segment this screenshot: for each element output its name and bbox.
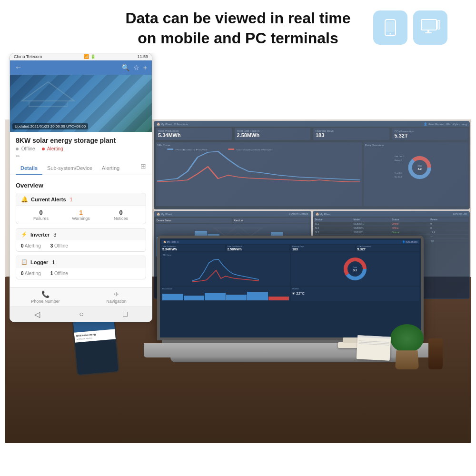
plant-name: 8KW solar energy storage plant [16,137,146,144]
device-icons [373,10,447,45]
mini-charts: 24h Curve [161,252,419,286]
svg-text:Grid-Tied 0: Grid-Tied 0 [394,155,404,158]
table-header: Device Model Status Power [314,218,469,222]
svg-marker-32 [22,82,74,101]
logger-stats: 0 Alerting 1 Offline [16,268,146,279]
phone-number-button[interactable]: 📞 Phone Number [10,290,81,304]
nav-icons: 🔍 ☆ + [121,64,147,71]
notices-stat: 0 Notices [101,209,141,221]
phone-status-bar: China Telecom 📶 🔋 11:59 [10,53,152,60]
edit-icon[interactable]: ✏ [16,153,146,159]
dash-panel-3-header: 🏠 My Plant Device List [313,211,470,217]
offline-dot [16,148,19,150]
logger-icon: 📋 [21,259,28,265]
mini-dashboard: 🏠 My Plant ≡ 👤 Kyle.zhang Total Producti… [160,238,421,337]
desk-plant [395,324,424,369]
header-title: Data can be viewed in real time on mobil… [125,9,350,48]
offline-status: Offline [16,146,35,151]
alerts-count: 1 [70,197,73,202]
svg-rect-33 [29,101,67,107]
laptop-screen: 🏠 My Plant ≡ 👤 Kyle.zhang Total Producti… [157,236,424,340]
inverter-label: Inverter [30,232,50,238]
inverter-header: ⚡ Inverter 3 [16,228,146,240]
table-row: SL3 SG80KTL Normal 12.4 [314,230,469,235]
navigation-icon: ✈ [114,290,119,298]
svg-rect-9 [167,149,173,150]
mini-chart-donut: Total 3.2 [291,252,419,286]
svg-text:Consumption Power: Consumption Power [236,149,273,151]
android-nav: ◁ ○ □ [10,307,152,322]
logger-header: 📋 Logger 1 [16,256,146,268]
svg-text:Total: Total [417,164,422,167]
carrier-text: China Telecom [14,54,42,59]
back-nav-btn[interactable]: ◁ [34,310,40,319]
svg-rect-5 [427,30,429,32]
logger-offline: 1 Offline [50,271,68,276]
search-icon[interactable]: 🔍 [121,64,129,71]
grid-icon: ⊞ [140,162,146,175]
mini-chart-curve: 24h Curve [161,252,290,286]
phone-tabs: Details Sub-system/Device Alerting ⊞ [10,162,152,175]
phone-bottom-bar: 📞 Phone Number ✈ Navigation [10,287,152,307]
scene-wrapper: 🏠 My Plant ≡ Function 👤 User Manual EN K… [0,53,476,443]
navigation-button[interactable]: ✈ Navigation [81,290,152,304]
phone-icon: 📞 [41,290,50,298]
overview-title: Overview [16,182,146,189]
recent-nav-btn[interactable]: □ [123,310,128,319]
alert-stats: 0 Failures 1 Warnings 0 Notices [16,206,146,224]
logger-count: 1 [52,259,55,265]
phone-mockup-container: China Telecom 📶 🔋 11:59 ← 🔍 ☆ + [10,53,152,322]
alerts-label: Current Alerts [31,197,66,202]
tab-subsystem[interactable]: Sub-system/Device [42,162,97,175]
dash-panel-1-header: 🏠 My Plant ≡ Function 👤 User Manual EN K… [154,121,469,127]
mini-dash-topbar: 🏠 My Plant ≡ 👤 Kyle.zhang [161,240,419,244]
status-row: Offline Alerting [16,146,146,151]
failures-stat: 0 Failures [21,209,61,221]
solar-image: Updated:2021/01/23 20:56:09 UTC+08:00 [10,75,152,132]
svg-rect-4 [422,20,436,29]
svg-point-2 [390,33,391,35]
phone-mockup: China Telecom 📶 🔋 11:59 ← 🔍 ☆ + [10,53,152,322]
svg-text:3.2: 3.2 [417,168,422,170]
svg-rect-11 [228,149,234,150]
full-scene: 🏠 My Plant ≡ Function 👤 User Manual EN K… [5,53,471,443]
dash-panel-1: 🏠 My Plant ≡ Function 👤 User Manual EN K… [154,121,470,209]
inverter-stats: 0 Alerting 3 Offline [16,240,146,251]
logger-section: 📋 Logger 1 0 Alerting 1 [16,256,146,279]
mini-metric-4: CO₂ Prevention 5.32T [357,245,420,251]
alerting-status: Alerting [42,146,63,151]
svg-text:Prod 3.2: Prod 3.2 [394,172,402,174]
pc-icon [413,10,447,45]
svg-text:3.2: 3.2 [353,269,357,272]
mini-floor-chart: Floor Chart [161,287,290,301]
back-button[interactable]: ← [15,63,22,72]
notebook [357,335,391,361]
update-badge: Updated:2021/01/23 20:56:09 UTC+08:00 [12,123,88,129]
warnings-stat: 1 Warnings [61,209,101,221]
tab-alerting[interactable]: Alerting [97,162,124,175]
tab-details[interactable]: Details [16,162,42,175]
title-line2: on mobile and PC terminals [138,30,338,47]
mini-metric-3: Running Days 183 [291,245,355,251]
add-icon[interactable]: + [143,64,147,71]
overview: Overview 🔔 Current Alerts 1 0 [10,178,152,287]
svg-rect-8 [438,21,439,28]
inverter-offline: 3 Offline [50,243,68,248]
logger-label: Logger [30,259,48,265]
inverter-icon: ⚡ [21,231,28,238]
table-row: SL2 SG80KTL Offline 0 [314,226,469,230]
mini-metric-2: Total Grid Feed-in 2.58MWh [227,245,290,251]
star-icon[interactable]: ☆ [133,64,139,71]
mini-bottom-panels: Floor Chart [161,287,419,301]
inverter-alerting: 0 Alerting [21,243,41,248]
alert-bell-icon: 🔔 [21,196,28,203]
svg-text:Battery 0: Battery 0 [394,159,402,161]
svg-text:Total: Total [353,266,357,268]
phone-nav-bar: ← 🔍 ☆ + [10,60,152,75]
logger-alerting: 0 Alerting [21,271,41,276]
plant-info: 8KW solar energy storage plant Offline A… [10,132,152,178]
home-nav-btn[interactable]: ○ [79,310,84,319]
table-row: SL1 SG80KTL Offline 0 [314,222,469,226]
svg-rect-1 [386,21,395,32]
svg-text:Production Power: Production Power [175,149,208,151]
